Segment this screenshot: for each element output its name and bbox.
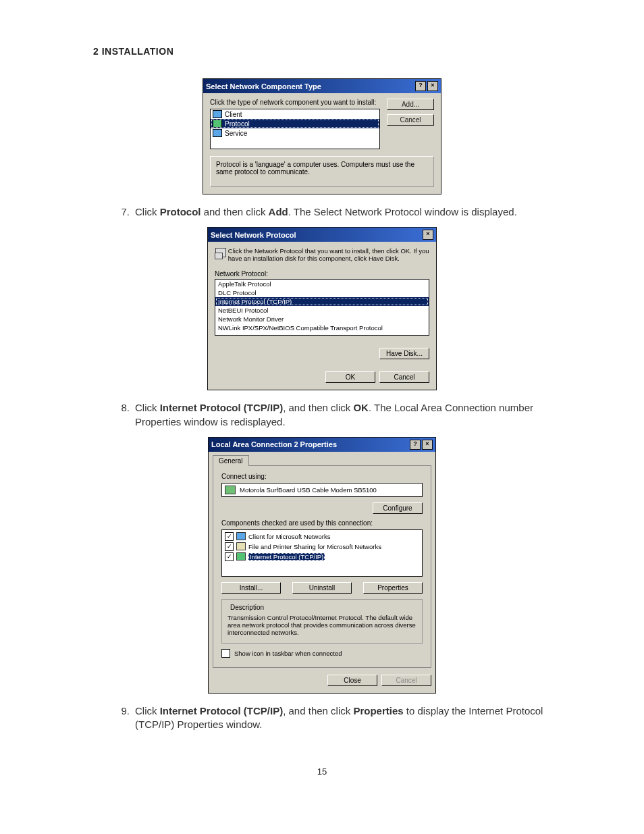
description-box: Description Transmission Control Protoco…: [221, 599, 423, 644]
show-icon-label: Show icon in taskbar when connected: [234, 650, 342, 657]
dialog2-title: Select Network Protocol: [211, 231, 296, 239]
cancel-button: Cancel: [381, 675, 431, 686]
dialog1-description: Protocol is a 'language' a computer uses…: [210, 156, 434, 187]
component-type-list[interactable]: Client Protocol Service: [210, 109, 380, 149]
component-tcpip[interactable]: ✓ Internet Protocol (TCP/IP): [222, 552, 422, 562]
component-client[interactable]: ✓ Client for Microsoft Networks: [222, 531, 422, 542]
client-label: Client: [225, 111, 242, 118]
protocol-icon: [213, 120, 222, 128]
dialog2-intro: Click the Network Protocol that you want…: [228, 247, 429, 262]
component-label: Internet Protocol (TCP/IP): [248, 553, 325, 561]
show-icon-checkbox[interactable]: [221, 649, 230, 658]
list-item-client[interactable]: Client: [211, 109, 379, 119]
checkbox-icon[interactable]: ✓: [225, 542, 234, 551]
list-item-protocol[interactable]: Protocol: [211, 119, 379, 128]
protocol-list[interactable]: AppleTalk Protocol DLC Protocol Internet…: [215, 279, 429, 336]
step-8: 8.Click Internet Protocol (TCP/IP), and …: [135, 401, 576, 429]
service-label: Service: [225, 130, 247, 137]
step-9-num: 9.: [115, 704, 130, 718]
device-field: Motorola SurfBoard USB Cable Modem SB510…: [221, 483, 423, 497]
cancel-button[interactable]: Cancel: [379, 371, 429, 383]
service-icon: [213, 129, 222, 137]
description-text: Transmission Control Protocol/Internet P…: [227, 614, 417, 636]
adapter-icon: [225, 486, 236, 494]
component-label: Client for Microsoft Networks: [248, 533, 330, 540]
list-item[interactable]: AppleTalk Protocol: [215, 280, 429, 288]
dialog3-title: Local Area Connection 2 Properties: [211, 440, 337, 448]
component-fps[interactable]: ✓ File and Printer Sharing for Microsoft…: [222, 542, 422, 552]
dialog1-prompt: Click the type of network component you …: [210, 99, 380, 106]
uninstall-button[interactable]: Uninstall: [292, 582, 352, 594]
cancel-button[interactable]: Cancel: [387, 114, 434, 126]
help-icon[interactable]: ?: [410, 440, 421, 450]
page-number: 15: [41, 766, 603, 777]
components-list[interactable]: ✓ Client for Microsoft Networks ✓ File a…: [221, 529, 423, 577]
ok-button[interactable]: OK: [325, 371, 375, 383]
description-title: Description: [227, 604, 267, 611]
close-button[interactable]: Close: [327, 675, 377, 686]
client-icon: [213, 110, 222, 118]
dialog2-label: Network Protocol:: [215, 270, 429, 278]
component-label: File and Printer Sharing for Microsoft N…: [248, 543, 381, 550]
list-item-tcpip[interactable]: Internet Protocol (TCP/IP): [215, 297, 429, 306]
step-8-num: 8.: [115, 401, 130, 415]
dialog-lan-properties: Local Area Connection 2 Properties ? × G…: [208, 437, 436, 694]
network-card-icon: [215, 247, 223, 259]
tab-general[interactable]: General: [213, 455, 249, 466]
client-icon: [236, 532, 246, 540]
protocol-label: Protocol: [225, 120, 250, 128]
device-name: Motorola SurfBoard USB Cable Modem SB510…: [240, 486, 377, 494]
components-label: Components checked are used by this conn…: [221, 519, 423, 527]
close-icon[interactable]: ×: [422, 440, 433, 450]
close-icon[interactable]: ×: [427, 81, 438, 91]
add-button[interactable]: Add...: [387, 99, 434, 110]
section-title: 2 INSTALLATION: [93, 46, 603, 57]
checkbox-icon[interactable]: ✓: [225, 532, 234, 541]
list-item-service[interactable]: Service: [211, 128, 379, 138]
configure-button[interactable]: Configure: [373, 502, 423, 514]
dialog-select-network-protocol: Select Network Protocol × Click the Netw…: [207, 227, 437, 390]
step-7-num: 7.: [115, 205, 130, 219]
printer-icon: [236, 542, 246, 550]
have-disk-button[interactable]: Have Disk...: [379, 348, 429, 359]
checkbox-icon[interactable]: ✓: [225, 552, 234, 561]
list-item[interactable]: NWLink IPX/SPX/NetBIOS Compatible Transp…: [215, 323, 429, 332]
dialog1-title: Select Network Component Type: [206, 82, 321, 90]
list-item[interactable]: Network Monitor Driver: [215, 315, 429, 323]
close-icon[interactable]: ×: [423, 230, 433, 240]
list-item[interactable]: DLC Protocol: [215, 288, 429, 297]
properties-button[interactable]: Properties: [363, 582, 423, 594]
connect-using-label: Connect using:: [221, 473, 423, 480]
step-7: 7.Click Protocol and then click Add. The…: [135, 205, 576, 219]
dialog-select-component-type: Select Network Component Type ? × Click …: [203, 78, 441, 194]
install-button[interactable]: Install...: [221, 582, 281, 594]
protocol-icon: [236, 552, 246, 561]
list-item[interactable]: NetBEUI Protocol: [215, 306, 429, 315]
step-9: 9.Click Internet Protocol (TCP/IP), and …: [135, 704, 576, 732]
help-icon[interactable]: ?: [415, 81, 426, 91]
